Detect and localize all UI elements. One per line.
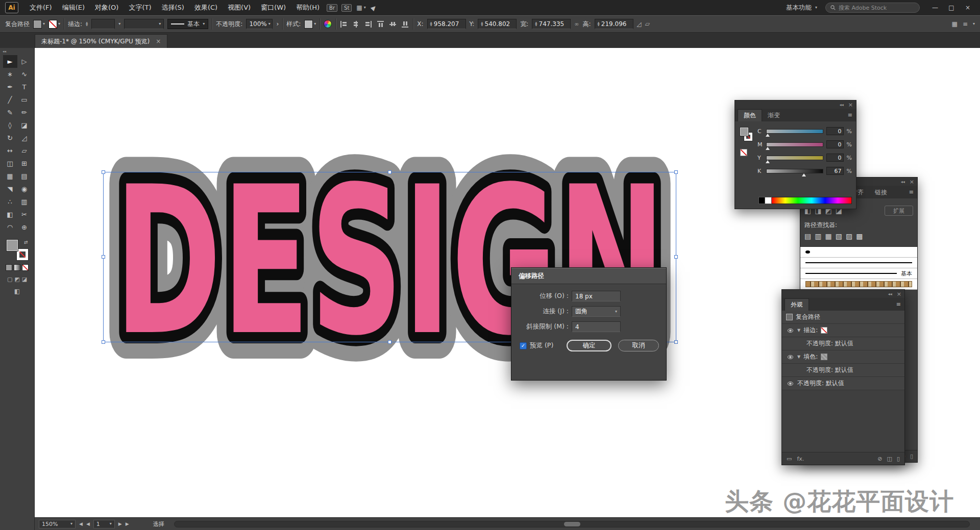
x-input[interactable]: ▲▼958.207	[427, 19, 466, 29]
clear-appearance-icon[interactable]: ⊘	[877, 456, 882, 462]
dialog-title[interactable]: 偏移路径	[511, 268, 666, 284]
minimize-button[interactable]: —	[928, 4, 942, 11]
cancel-button[interactable]: 取消	[618, 340, 659, 351]
recolor-artwork-button[interactable]	[324, 20, 332, 28]
tool-rotate[interactable]: ↻	[3, 132, 17, 144]
offset-input[interactable]	[572, 291, 621, 301]
slider-thumb[interactable]	[766, 147, 770, 150]
pathfinder-minus-back-icon[interactable]: ▩	[856, 232, 863, 240]
appearance-stroke-row[interactable]: ▼ 描边:	[782, 324, 904, 337]
panel-close-icon[interactable]: ×	[848, 102, 853, 108]
transform-icon[interactable]: ◿	[637, 20, 642, 28]
menu-file[interactable]: 文件(F)	[24, 0, 57, 15]
menu-type[interactable]: 文字(T)	[124, 0, 156, 15]
tool-zoom[interactable]: ⊕	[17, 221, 32, 234]
style-swatch-dropdown[interactable]: ▾	[304, 20, 316, 29]
cyan-value[interactable]: 0	[826, 127, 844, 135]
tool-column-graph[interactable]: ▥	[17, 195, 32, 208]
workspace-switcher[interactable]: 基本功能▾	[786, 4, 817, 12]
opacity-options-icon[interactable]: ›	[276, 20, 279, 28]
brush-definition-dropdown[interactable]: ▾	[124, 19, 164, 29]
new-effect-icon[interactable]: fx.	[797, 456, 804, 462]
tool-shape-builder[interactable]: ◫	[3, 157, 17, 170]
pathfinder-crop-icon[interactable]: ▧	[836, 232, 842, 240]
tool-pencil[interactable]: ✏	[17, 106, 32, 119]
color-spectrum-bar[interactable]	[772, 197, 852, 204]
tool-magic-wand[interactable]: ∗	[3, 68, 17, 81]
menu-select[interactable]: 选择(S)	[156, 0, 189, 15]
panel-menu-icon[interactable]: ≡	[848, 112, 852, 118]
menu-window[interactable]: 窗口(W)	[256, 0, 291, 15]
none-button[interactable]	[22, 264, 29, 271]
zoom-level-dropdown[interactable]: 150% ▾	[39, 520, 76, 528]
black-value[interactable]: 67	[826, 167, 844, 175]
none-swatch[interactable]	[740, 149, 747, 156]
align-top-button[interactable]	[377, 20, 384, 28]
visibility-eye-icon[interactable]	[788, 355, 793, 359]
pathfinder-trim-icon[interactable]: ▥	[815, 232, 821, 240]
tool-lasso[interactable]: ∿	[17, 68, 32, 81]
tool-pen[interactable]: ✒	[3, 81, 17, 93]
brush-item-dot[interactable]	[800, 247, 917, 258]
cyan-slider[interactable]	[766, 129, 823, 134]
tab-close-icon[interactable]: ×	[156, 38, 161, 45]
slider-thumb[interactable]	[766, 134, 770, 137]
fill-color-swatch[interactable]: ▾	[33, 20, 45, 29]
tool-symbol-sprayer[interactable]: ∴	[3, 195, 17, 208]
tool-artboard[interactable]: ◧	[3, 208, 17, 221]
artboard-number-dropdown[interactable]: 1 ▾	[93, 520, 115, 528]
tool-perspective-grid[interactable]: ⊞	[17, 157, 32, 170]
fill-proxy-swatch[interactable]	[740, 128, 748, 136]
disclosure-icon[interactable]: ▼	[797, 328, 800, 333]
miter-limit-input[interactable]	[572, 321, 621, 332]
tool-hand[interactable]: ◠	[3, 221, 17, 234]
tool-eyedropper[interactable]: ◥	[3, 183, 17, 195]
visibility-eye-icon[interactable]	[788, 329, 793, 333]
menu-object[interactable]: 对象(O)	[90, 0, 124, 15]
yellow-slider[interactable]	[766, 156, 823, 160]
white-swatch[interactable]	[765, 197, 772, 204]
stroke-proxy-swatch[interactable]	[17, 249, 28, 260]
ok-button[interactable]: 确定	[567, 340, 611, 351]
tool-eraser[interactable]: ◪	[17, 119, 32, 132]
menu-effect[interactable]: 效果(C)	[189, 0, 223, 15]
previous-artboard-button[interactable]: ◀	[86, 521, 90, 526]
tool-direct-selection[interactable]: ▷	[17, 55, 32, 68]
appearance-object-opacity-row[interactable]: 不透明度: 默认值	[782, 377, 904, 390]
magenta-slider[interactable]	[766, 142, 823, 147]
opacity-dropdown[interactable]: 100%▾	[246, 19, 273, 29]
appearance-fill-row[interactable]: ▼ 填色:	[782, 350, 904, 364]
swap-fill-stroke-icon[interactable]: ⇄	[24, 240, 28, 245]
appearance-stroke-opacity-row[interactable]: 不透明度: 默认值	[782, 337, 904, 350]
last-artboard-button[interactable]: ▶	[126, 521, 129, 526]
black-slider[interactable]	[766, 169, 823, 173]
constrain-proportions-icon[interactable]: ∞	[574, 21, 579, 28]
stroke-weight-stepper[interactable]: ▲▼	[86, 21, 88, 27]
panel-menu-icon[interactable]: ≡	[909, 189, 914, 195]
panel-close-icon[interactable]: ×	[910, 179, 914, 185]
tool-line-segment[interactable]: ╱	[3, 93, 17, 106]
tab-appearance[interactable]: 外观	[785, 298, 809, 311]
tool-scale[interactable]: ◿	[17, 132, 32, 144]
control-panel-caret-icon[interactable]: ▾	[973, 22, 975, 26]
panel-menu-icon[interactable]: ≡	[896, 301, 901, 308]
panel-collapse-icon[interactable]: ◂◂	[840, 103, 844, 107]
scrollbar-thumb[interactable]	[564, 522, 580, 526]
gradient-button[interactable]	[14, 264, 20, 271]
tool-slice[interactable]: ✂	[17, 208, 32, 221]
restore-button[interactable]: □	[944, 4, 959, 11]
align-center-button[interactable]	[352, 21, 360, 28]
pathfinder-divide-icon[interactable]: ▤	[804, 232, 811, 240]
tool-blend[interactable]: ◉	[17, 183, 32, 195]
slider-thumb[interactable]	[766, 160, 770, 163]
align-left-button[interactable]	[340, 21, 348, 28]
stroke-weight-dropdown-icon[interactable]: ▾	[118, 22, 120, 26]
close-button[interactable]: ×	[961, 4, 975, 11]
first-artboard-button[interactable]: ◀	[79, 521, 83, 526]
arrange-documents-icon[interactable]: ▦▾	[356, 4, 365, 11]
arrange-icon[interactable]: ▦	[952, 20, 958, 28]
shear-icon[interactable]: ▱	[645, 20, 650, 28]
pathfinder-merge-icon[interactable]: ▦	[825, 232, 831, 240]
screen-mode-button[interactable]: ◧	[14, 288, 20, 295]
align-bottom-button[interactable]	[402, 20, 408, 28]
